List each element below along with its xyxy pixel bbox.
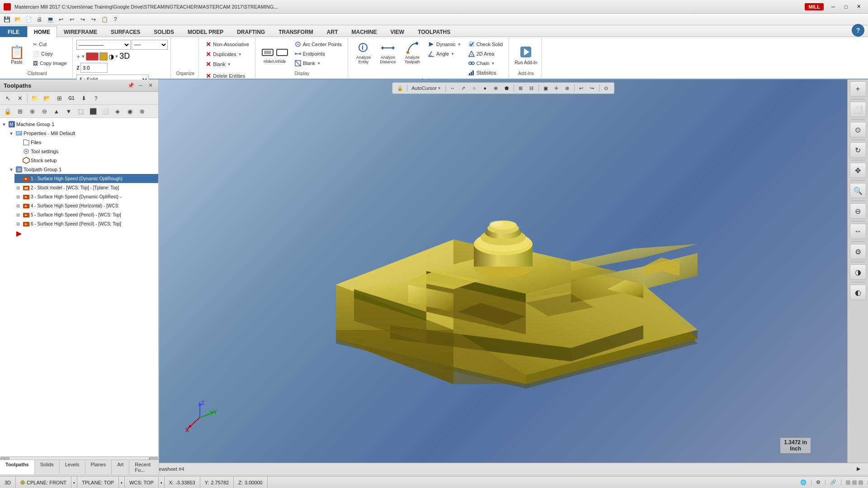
tree-files[interactable]: ▶ Files	[14, 138, 158, 147]
chain-button[interactable]: Chain ▼	[465, 59, 506, 68]
clipboard-button[interactable]: 📋	[99, 14, 109, 24]
hide-unhide-button[interactable]: Hide/Unhide	[259, 40, 291, 70]
rp-fit-button[interactable]: ⊙	[850, 122, 866, 137]
rp-view-button[interactable]: ⬜	[850, 102, 866, 117]
tp-ungroup-button[interactable]: 📂	[41, 93, 53, 103]
help-qa-button[interactable]: ?	[110, 14, 120, 24]
vp-btn-14[interactable]: ⊙	[601, 84, 611, 93]
tp-group-button[interactable]: 📁	[29, 93, 41, 103]
vp-btn-2[interactable]: ↗	[458, 84, 468, 93]
status-globe-button[interactable]: 🌐	[796, 479, 811, 485]
tree-toolpath-5[interactable]: ⊞ 5 - Surface High Speed (Pencil) - [WCS…	[14, 210, 158, 219]
rp-settings-button[interactable]: ⚙	[850, 244, 866, 259]
tree-toolpath-2[interactable]: ⊞ 2 - Stock model - [WCS: Top] - [Tplane…	[14, 183, 158, 192]
tp-lock-button[interactable]: 🔒	[2, 106, 14, 117]
check-solid-button[interactable]: Check Solid	[465, 40, 506, 49]
print-button[interactable]: 🖨	[34, 14, 44, 24]
vp-btn-1[interactable]: ↔	[448, 84, 458, 93]
vp-lock-button[interactable]: 🔒	[395, 84, 405, 93]
vp-btn-12[interactable]: ↩	[576, 84, 586, 93]
tree-stock-setup[interactable]: ▶ Stock setup	[14, 156, 158, 165]
arc-center-points-button[interactable]: Arc Center Points	[292, 40, 345, 49]
tp-deselect-button[interactable]: ✕	[14, 93, 26, 103]
z-value-input[interactable]	[80, 63, 108, 73]
tree-toolpath-4[interactable]: ⊞ 4 - Surface High Speed (Horizontal) - …	[14, 201, 158, 210]
tab-drafting[interactable]: DRAFTING	[230, 26, 272, 37]
minimize-button[interactable]: ─	[827, 2, 839, 11]
tree-toolpath-group[interactable]: ▼ ⚙ Toolpath Group 1	[7, 165, 158, 174]
tp-shape2-button[interactable]: ⬛	[87, 106, 99, 117]
panel-collapse-button[interactable]: ─	[137, 81, 145, 89]
copy-image-button[interactable]: 🖼 Copy Image	[30, 59, 70, 68]
tab-home[interactable]: HOME	[27, 26, 57, 37]
status-cplane[interactable]: CPLANE: FRONT	[16, 477, 71, 488]
view-expand-button[interactable]: ▶	[851, 465, 866, 473]
undo-button[interactable]: ↩	[56, 14, 66, 24]
tab-view[interactable]: VIEW	[383, 26, 411, 37]
status-network-button[interactable]: 🔗	[826, 479, 841, 485]
bottom-tab-planes[interactable]: Planes	[85, 460, 112, 474]
close-button[interactable]: ✕	[853, 2, 864, 11]
color-swatch[interactable]	[86, 52, 99, 61]
paste-button[interactable]: 📋 Paste	[5, 40, 29, 70]
viewport[interactable]: 🔒 AutoCursor ▼ ↔ ↗ ○ ● ⊕ ⬟ ⊞ ⊟ ▣ ✛ ⊗ ↩ ↪…	[159, 80, 847, 463]
rp-zoom-in-button[interactable]: +	[850, 81, 866, 97]
vp-btn-6[interactable]: ⬟	[502, 84, 512, 93]
tp-shape5-button[interactable]: ◉	[124, 106, 136, 117]
vp-btn-10[interactable]: ✛	[552, 84, 561, 93]
rp-render-button[interactable]: ◑	[850, 264, 866, 280]
vp-btn-5[interactable]: ⊕	[491, 84, 501, 93]
save-button[interactable]: 💾	[2, 14, 12, 24]
vp-btn-13[interactable]: ↪	[587, 84, 597, 93]
non-associative-button[interactable]: ✕ Non-Associative	[203, 40, 252, 49]
status-settings-button[interactable]: ⚙	[811, 479, 826, 485]
tp-select-button[interactable]: ↖	[2, 93, 14, 103]
tree-tool-settings[interactable]: ▶ Tool settings	[14, 147, 158, 156]
tree-properties[interactable]: ▼ Properties - Mill Default	[7, 129, 158, 138]
tp-g1-button[interactable]: G1	[66, 93, 77, 103]
line-style-dropdown[interactable]: ————— - - - -	[76, 40, 131, 50]
bottom-tab-solids[interactable]: Solids	[35, 460, 60, 474]
3d-toggle[interactable]: 3D	[119, 52, 130, 61]
tab-wireframe[interactable]: WIREFRAME	[57, 26, 104, 37]
tab-file[interactable]: FILE	[0, 26, 27, 37]
copy-button[interactable]: 📄 Copy	[30, 49, 70, 58]
screen-capture-button[interactable]: 💻	[45, 14, 55, 24]
undo2-button[interactable]: ↩	[67, 14, 77, 24]
tree-toolpath-6[interactable]: ⊞ 6 - Surface High Speed (Pencil) - [WCS…	[14, 219, 158, 228]
analyze-entity-button[interactable]: i Analyze Entity	[352, 40, 375, 70]
panel-pin-button[interactable]: 📌	[127, 81, 135, 89]
tp-help-button[interactable]: ?	[90, 93, 102, 103]
tab-art[interactable]: ART	[320, 26, 345, 37]
bottom-tab-recent[interactable]: Recent Fu...	[129, 460, 159, 474]
vp-btn-9[interactable]: ▣	[541, 84, 551, 93]
tree-toolpath-1[interactable]: ⊞ 1 - Surface High Speed (Dynamic OptiRo…	[14, 174, 158, 183]
redo2-button[interactable]: ↪	[89, 14, 99, 24]
line-width-dropdown[interactable]: ──	[132, 40, 168, 50]
tp-up-button[interactable]: ▲	[51, 106, 62, 117]
tab-solids[interactable]: SOLIDS	[147, 26, 181, 37]
vp-btn-11[interactable]: ⊗	[562, 84, 572, 93]
rp-section-button[interactable]: ⊖	[850, 203, 866, 219]
bottom-tab-toolpaths[interactable]: Toolpaths	[0, 460, 35, 474]
tp-filter-button[interactable]: ⊞	[53, 93, 65, 103]
angle-button[interactable]: Angle ▼	[425, 49, 464, 58]
rp-pan-button[interactable]: ✥	[850, 163, 866, 178]
tab-transform[interactable]: TRANSFORM	[272, 26, 320, 37]
area-2d-button[interactable]: A 2D Area	[465, 49, 506, 58]
tp-shape-button[interactable]: ⬚	[75, 106, 87, 117]
tp-shape3-button[interactable]: ⬜	[99, 106, 111, 117]
status-tplane[interactable]: TPLANE: TOP	[77, 477, 119, 488]
analyze-toolpath-button[interactable]: Analyze Toolpath	[401, 40, 424, 70]
statistics-button[interactable]: Statistics	[465, 68, 506, 77]
vp-btn-8[interactable]: ⊟	[527, 84, 537, 93]
tree-machine-group[interactable]: ▼ M Machine Group 1	[0, 120, 158, 129]
panel-close-button[interactable]: ✕	[146, 81, 155, 89]
analyze-distance-button[interactable]: Analyze Distance	[376, 40, 400, 70]
tab-model-prep[interactable]: MODEL PREP	[181, 26, 230, 37]
display-blank-button[interactable]: Blank ▼	[292, 59, 345, 68]
cut-button[interactable]: ✂ Cut	[30, 40, 70, 49]
tp-shape6-button[interactable]: ⊗	[136, 106, 148, 117]
help-button[interactable]: ?	[852, 24, 864, 37]
new-button[interactable]: 📄	[24, 14, 33, 24]
